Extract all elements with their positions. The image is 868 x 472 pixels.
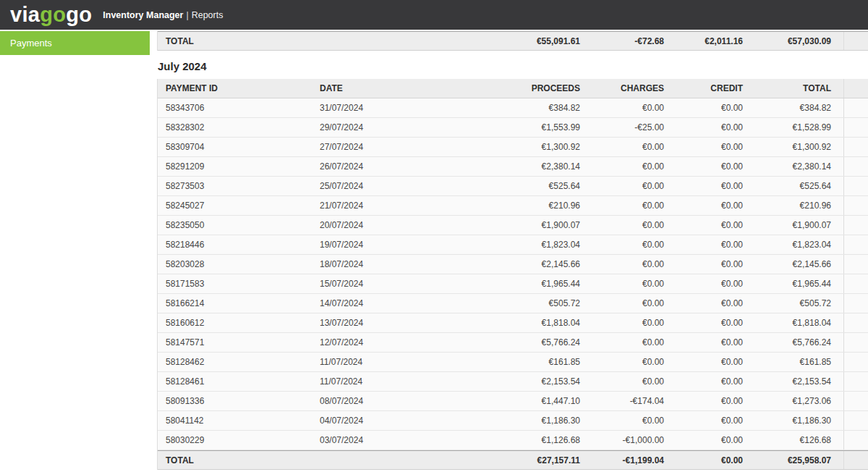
cell-credit: €0.00 (671, 435, 750, 445)
cell-proceeds: €384.82 (443, 103, 587, 113)
table-row[interactable]: 58328302 29/07/2024 €1,553.99 -€25.00 €0… (158, 118, 868, 138)
viagogo-logo[interactable]: viagogo (10, 4, 92, 25)
table-row[interactable]: 58309704 27/07/2024 €1,300.92 €0.00 €0.0… (158, 138, 868, 157)
row-filler (843, 392, 868, 410)
cell-proceeds: €2,153.54 (443, 376, 587, 387)
reports-content: TOTAL €55,091.61 -€72.68 €2,011.16 €57,0… (157, 30, 868, 472)
cell-credit: €0.00 (671, 337, 750, 347)
table-row[interactable]: 58291209 26/07/2024 €2,380.14 €0.00 €0.0… (158, 157, 868, 177)
cell-total: €1,900.07 (750, 220, 843, 230)
breadcrumb-page-name: Reports (192, 10, 224, 20)
cell-date: 25/07/2024 (320, 181, 443, 191)
table-row[interactable]: 58128462 11/07/2024 €161.85 €0.00 €0.00 … (158, 353, 868, 372)
row-filler (843, 235, 868, 254)
cell-credit: €0.00 (671, 142, 750, 152)
cell-credit: €0.00 (671, 416, 750, 426)
cell-payment-id: 58128462 (158, 357, 320, 367)
cell-payment-id: 58128461 (158, 376, 320, 387)
cell-credit: €0.00 (671, 376, 750, 387)
cell-total: €210.96 (750, 201, 843, 211)
cell-proceeds: €1,126.68 (443, 435, 587, 445)
row-filler (843, 177, 868, 195)
cell-total: €1,186.30 (750, 416, 843, 426)
row-filler (843, 216, 868, 235)
table-row[interactable]: 58091336 08/07/2024 €1,447.10 -€174.04 €… (158, 392, 868, 411)
total-credit: €0.00 (671, 455, 750, 465)
cell-charges: €0.00 (587, 220, 671, 230)
previous-month-total-wrap: TOTAL €55,091.61 -€72.68 €2,011.16 €57,0… (157, 31, 868, 51)
cell-proceeds: €5,766.24 (443, 337, 587, 347)
table-row[interactable]: 58245027 21/07/2024 €210.96 €0.00 €0.00 … (158, 196, 868, 216)
total-label: TOTAL (158, 36, 320, 46)
cell-credit: €0.00 (671, 240, 750, 250)
cell-proceeds: €2,145.66 (443, 259, 587, 269)
cell-date: 15/07/2024 (320, 279, 443, 289)
row-filler (843, 79, 868, 98)
cell-charges: €0.00 (587, 357, 671, 367)
cell-total: €1,818.04 (750, 318, 843, 328)
cell-date: 13/07/2024 (320, 318, 443, 328)
cell-total: €2,145.66 (750, 259, 843, 269)
table-row[interactable]: 58128461 11/07/2024 €2,153.54 €0.00 €0.0… (158, 372, 868, 392)
cell-proceeds: €1,900.07 (443, 220, 587, 230)
cell-date: 12/07/2024 (320, 337, 443, 347)
cell-date: 03/07/2024 (320, 435, 443, 445)
table-row[interactable]: 58273503 25/07/2024 €525.64 €0.00 €0.00 … (158, 177, 868, 196)
table-row[interactable]: 58218446 19/07/2024 €1,823.04 €0.00 €0.0… (158, 235, 868, 255)
table-row[interactable]: 58041142 04/07/2024 €1,186.30 €0.00 €0.0… (158, 411, 868, 431)
total-charges: -€72.68 (587, 36, 671, 46)
row-filler (843, 98, 868, 117)
cell-total: €2,380.14 (750, 161, 843, 172)
cell-credit: €0.00 (671, 181, 750, 191)
cell-payment-id: 58203028 (158, 259, 320, 269)
payments-table-body: 58343706 31/07/2024 €384.82 €0.00 €0.00 … (158, 98, 868, 450)
cell-total: €1,823.04 (750, 240, 843, 250)
previous-month-total-row: TOTAL €55,091.61 -€72.68 €2,011.16 €57,0… (158, 31, 868, 51)
cell-credit: €0.00 (671, 259, 750, 269)
cell-credit: €0.00 (671, 103, 750, 113)
cell-charges: -€25.00 (587, 122, 671, 132)
logo-part-white-1: via (10, 3, 40, 26)
table-row[interactable]: 58030229 03/07/2024 €1,126.68 -€1,000.00… (158, 431, 868, 450)
logo-part-white-2: go (66, 3, 92, 26)
cell-charges: €0.00 (587, 279, 671, 289)
table-row[interactable]: 58203028 18/07/2024 €2,145.66 €0.00 €0.0… (158, 255, 868, 274)
cell-charges: -€1,000.00 (587, 435, 671, 445)
cell-proceeds: €1,965.44 (443, 279, 587, 289)
column-header-total: TOTAL (750, 83, 843, 93)
section-title-month: July 2024 (158, 60, 868, 72)
total-proceeds: €27,157.11 (443, 455, 587, 465)
cell-charges: €0.00 (587, 318, 671, 328)
table-row[interactable]: 58160612 13/07/2024 €1,818.04 €0.00 €0.0… (158, 313, 868, 333)
cell-proceeds: €1,447.10 (443, 396, 587, 406)
table-row[interactable]: 58235050 20/07/2024 €1,900.07 €0.00 €0.0… (158, 216, 868, 235)
cell-date: 27/07/2024 (320, 142, 443, 152)
table-row[interactable]: 58343706 31/07/2024 €384.82 €0.00 €0.00 … (158, 98, 868, 118)
row-filler (843, 353, 868, 371)
cell-proceeds: €505.72 (443, 298, 587, 308)
cell-date: 11/07/2024 (320, 357, 443, 367)
cell-charges: €0.00 (587, 240, 671, 250)
table-row[interactable]: 58166214 14/07/2024 €505.72 €0.00 €0.00 … (158, 294, 868, 313)
cell-payment-id: 58273503 (158, 181, 320, 191)
cell-date: 21/07/2024 (320, 201, 443, 211)
row-filler (843, 196, 868, 215)
cell-total: €1,528.99 (750, 122, 843, 132)
cell-credit: €0.00 (671, 220, 750, 230)
title-separator: | (186, 10, 188, 20)
cell-payment-id: 58166214 (158, 298, 320, 308)
cell-total: €5,766.24 (750, 337, 843, 347)
cell-payment-id: 58171583 (158, 279, 320, 289)
cell-date: 26/07/2024 (320, 161, 443, 172)
table-row[interactable]: 58171583 15/07/2024 €1,965.44 €0.00 €0.0… (158, 274, 868, 294)
cell-charges: €0.00 (587, 298, 671, 308)
cell-credit: €0.00 (671, 318, 750, 328)
cell-payment-id: 58291209 (158, 161, 320, 172)
sidebar-item-payments[interactable]: Payments (0, 31, 150, 55)
total-proceeds: €55,091.61 (443, 36, 587, 46)
row-filler (843, 138, 868, 156)
table-row[interactable]: 58147571 12/07/2024 €5,766.24 €0.00 €0.0… (158, 333, 868, 353)
cell-date: 11/07/2024 (320, 376, 443, 387)
row-filler (843, 32, 868, 50)
app-title: Inventory Manager|Reports (103, 10, 223, 20)
